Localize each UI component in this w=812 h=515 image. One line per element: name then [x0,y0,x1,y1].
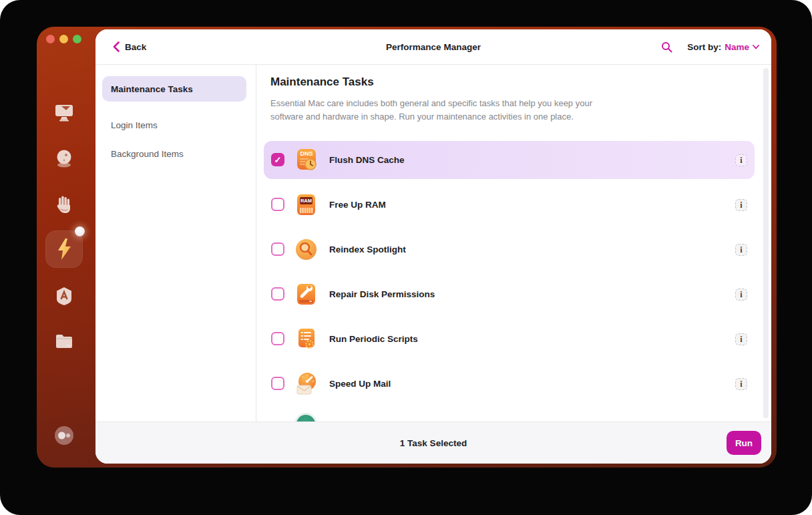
info-button[interactable]: i [735,378,747,390]
nav-label: Maintenance Tasks [111,84,193,94]
info-button[interactable]: i [735,289,747,301]
task-row-flush-dns-cache[interactable]: DNS Flush DNS Cache i [264,141,755,179]
imac-icon[interactable] [52,100,76,124]
section-title: Maintenance Tasks [270,75,374,89]
run-button[interactable]: Run [727,431,761,455]
svg-text:DNS: DNS [300,150,313,157]
task-checkbox[interactable] [271,153,284,166]
applications-icon[interactable] [52,284,76,308]
sort-value: Name [725,42,749,52]
spotlight-icon [294,237,319,262]
sort-label: Sort by: [687,42,721,52]
notification-dot [75,226,85,236]
nav-label: Login Items [111,120,158,130]
search-icon[interactable] [661,41,672,53]
task-list: DNS Flush DNS Cache i RAM [264,141,755,409]
info-button[interactable]: i [735,333,747,345]
screen: Back Performance Manager Sort by: Name [0,0,812,515]
task-row-speed-up-mail[interactable]: Speed Up Mail i [264,365,755,403]
svg-text:RAM: RAM [300,198,312,204]
task-label: Run Periodic Scripts [329,320,418,358]
toolbar: Back Performance Manager Sort by: Name [95,29,771,64]
task-label: Reindex Spotlight [329,230,406,269]
task-row-free-up-ram[interactable]: RAM Free Up RAM i [264,186,755,224]
nav-label: Background Items [111,149,184,159]
traffic-lights [46,35,81,43]
task-row-reindex-spotlight[interactable]: Reindex Spotlight i [264,230,755,269]
task-checkbox[interactable] [271,377,284,390]
mail-icon [294,371,319,396]
toolbar-divider [95,64,771,65]
panel-divider [256,65,256,421]
task-checkbox[interactable] [271,198,284,211]
task-label: Free Up RAM [329,186,386,224]
ram-icon: RAM [294,192,319,217]
task-row-run-periodic-scripts[interactable]: Run Periodic Scripts i [264,320,755,358]
footer-bar: 1 Task Selected Run [95,421,771,464]
task-label: Flush DNS Cache [329,141,405,179]
scrollbar[interactable] [763,68,769,418]
selection-status: 1 Task Selected [95,422,771,464]
zoom-window-button[interactable] [73,35,81,43]
cleanup-ball-icon[interactable] [52,146,76,170]
task-checkbox[interactable] [271,242,284,256]
sort-dropdown[interactable]: Sort by: Name [687,42,759,52]
assistant-icon[interactable] [52,423,76,448]
section-description: Essential Mac care includes both general… [270,97,606,124]
dns-icon: DNS [294,148,319,172]
task-checkbox[interactable] [271,287,284,301]
content-card: Back Performance Manager Sort by: Name [95,29,771,464]
info-button[interactable]: i [735,199,747,211]
scripts-icon [294,327,319,351]
chevron-down-icon [753,45,759,49]
disk-repair-icon [294,282,319,307]
folder-icon[interactable] [52,329,76,353]
task-label: Repair Disk Permissions [329,275,435,313]
info-button[interactable]: i [735,244,747,256]
task-checkbox[interactable] [271,332,284,345]
info-button[interactable]: i [735,154,747,166]
sidebar-item-background-items[interactable]: Background Items [102,141,246,166]
app-window: Back Performance Manager Sort by: Name [37,27,777,468]
minimize-window-button[interactable] [59,35,68,43]
task-label: Speed Up Mail [329,365,391,403]
hand-icon[interactable] [52,192,76,216]
sidebar-item-maintenance-tasks[interactable]: Maintenance Tasks [102,76,246,102]
close-window-button[interactable] [46,35,55,43]
task-row-repair-disk-permissions[interactable]: Repair Disk Permissions i [264,275,755,313]
sidebar-item-login-items[interactable]: Login Items [102,112,246,138]
